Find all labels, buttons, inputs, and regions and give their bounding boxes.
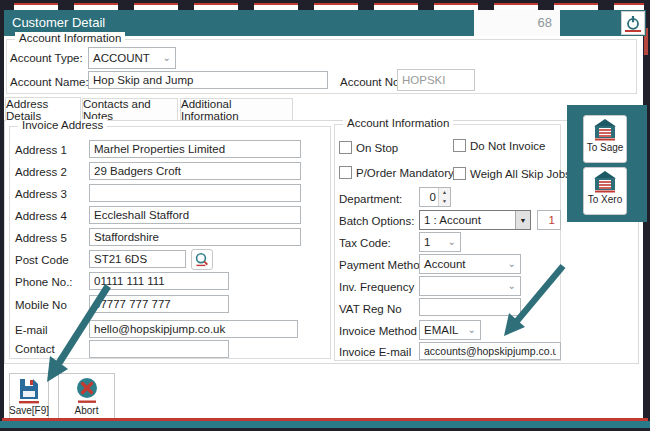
email-label: E-mail <box>15 323 48 337</box>
save-button-label: Save[F9] <box>9 405 49 416</box>
account-name-label: Account Name: <box>10 75 89 89</box>
payment-method-label: Payment Method: <box>339 258 429 272</box>
tax-code-label: Tax Code: <box>339 236 391 250</box>
post-code-input[interactable] <box>89 250 186 268</box>
address-5-label: Address 5 <box>15 231 67 245</box>
account-name-input[interactable] <box>88 71 328 89</box>
department-spinner[interactable]: 0 ▲▼ <box>419 187 451 207</box>
address-3-input[interactable] <box>89 184 301 202</box>
batch-options-label: Batch Options: <box>339 214 414 228</box>
batch-options-aux-value: 1 <box>537 210 561 230</box>
batch-options-value: 1 : Account <box>420 214 515 226</box>
address-4-label: Address 4 <box>15 209 67 223</box>
checkbox-label: On Stop <box>356 142 398 154</box>
post-code-label: Post Code <box>15 253 69 267</box>
department-label: Department: <box>339 192 402 206</box>
invoice-method-value: EMAIL <box>424 324 459 336</box>
tab-label: Additional Information <box>181 98 292 122</box>
porder-mandatory-checkbox[interactable]: P/Order Mandatory <box>339 166 454 179</box>
account-type-label: Account Type: <box>10 51 83 65</box>
batch-options-select[interactable]: 1 : Account ▼ <box>419 210 531 230</box>
post-code-search-button[interactable] <box>191 249 213 270</box>
contact-label: Contact <box>15 342 55 356</box>
to-sage-button[interactable]: To Sage <box>583 115 627 163</box>
tab-label: Contacts and Notes <box>83 98 177 122</box>
integration-highlight-box: To Sage To Xero <box>567 105 647 222</box>
chevron-down-icon: ⌄ <box>163 53 171 63</box>
group-label: Account Information <box>343 117 453 129</box>
checkbox-box <box>339 141 352 154</box>
department-value: 0 <box>420 188 438 206</box>
checkbox-label: Weigh All Skip Jobs <box>470 168 571 180</box>
do-not-invoice-checkbox[interactable]: Do Not Invoice <box>453 139 545 152</box>
tab-address-details[interactable]: Address Details <box>5 97 81 121</box>
spinner-arrows-icon[interactable]: ▲▼ <box>438 188 450 206</box>
power-icon <box>625 15 641 31</box>
invoice-email-label: Invoice E-mail <box>339 345 411 359</box>
inv-frequency-select[interactable]: ⌄ <box>419 276 521 296</box>
phone-no-label: Phone No.: <box>15 275 73 289</box>
save-button[interactable]: Save[F9] <box>9 373 49 420</box>
vat-reg-no-input[interactable] <box>419 298 521 316</box>
address-1-label: Address 1 <box>15 143 67 157</box>
account-type-value: ACCOUNT <box>93 52 150 64</box>
address-4-input[interactable] <box>89 206 301 224</box>
contact-input[interactable] <box>89 340 229 358</box>
checkbox-box <box>339 166 352 179</box>
checkbox-label: P/Order Mandatory <box>356 167 454 179</box>
checkbox-box <box>453 167 466 180</box>
address-2-label: Address 2 <box>15 165 67 179</box>
to-xero-button[interactable]: To Xero <box>583 167 627 215</box>
email-input[interactable] <box>89 320 298 338</box>
account-no-input <box>397 69 475 91</box>
group-label: Account Information <box>15 32 125 44</box>
chevron-down-icon: ⌄ <box>508 259 516 269</box>
client-area: Account Information Account Type: ACCOUN… <box>4 36 643 419</box>
on-stop-checkbox[interactable]: On Stop <box>339 141 398 154</box>
weigh-all-skip-jobs-checkbox[interactable]: Weigh All Skip Jobs <box>453 167 571 180</box>
tab-contacts-and-notes[interactable]: Contacts and Notes <box>82 98 178 120</box>
payment-method-select[interactable]: Account ⌄ <box>419 254 521 274</box>
address-2-input[interactable] <box>89 162 301 180</box>
tax-code-select[interactable]: 1 ⌄ <box>419 232 461 252</box>
chevron-down-icon: ⌄ <box>468 325 476 335</box>
dropdown-arrow-icon: ▼ <box>515 211 530 229</box>
search-icon <box>194 252 210 268</box>
inv-frequency-label: Inv. Frequency <box>339 280 414 294</box>
tab-additional-information[interactable]: Additional Information <box>180 98 293 120</box>
abort-icon <box>75 377 99 404</box>
checkbox-label: Do Not Invoice <box>470 140 545 152</box>
address-3-label: Address 3 <box>15 187 67 201</box>
address-5-input[interactable] <box>89 228 301 246</box>
invoice-email-input[interactable] <box>419 342 561 360</box>
tab-label: Address Details <box>6 98 80 122</box>
to-xero-label: To Xero <box>588 194 622 205</box>
mobile-no-label: Mobile No <box>15 298 67 312</box>
bottom-teal-bar <box>0 421 650 428</box>
warehouse-icon <box>592 170 618 194</box>
warehouse-icon <box>592 118 618 142</box>
account-no-label: Account No. <box>340 75 403 89</box>
to-sage-label: To Sage <box>587 142 624 153</box>
payment-method-value: Account <box>424 258 466 270</box>
save-floppy-icon <box>17 377 41 404</box>
vat-reg-no-label: VAT Reg No <box>339 302 402 316</box>
record-number: 68 <box>474 10 560 36</box>
power-underline <box>625 30 641 32</box>
phone-no-input[interactable] <box>89 272 229 290</box>
chevron-down-icon: ⌄ <box>508 281 516 291</box>
account-type-select[interactable]: ACCOUNT ⌄ <box>88 47 176 69</box>
address-1-input[interactable] <box>89 140 301 158</box>
customer-detail-window: Customer Detail 68 Account Information A… <box>0 0 650 431</box>
invoice-method-select[interactable]: EMAIL ⌄ <box>419 320 481 340</box>
close-power-button[interactable] <box>621 11 645 35</box>
tax-code-value: 1 <box>424 236 430 248</box>
invoice-method-label: Invoice Method <box>339 324 417 338</box>
abort-button-label: Abort <box>75 405 99 416</box>
chevron-down-icon: ⌄ <box>448 237 456 247</box>
checkbox-box <box>453 139 466 152</box>
mobile-no-input[interactable] <box>89 295 229 313</box>
abort-button[interactable]: Abort <box>58 373 115 420</box>
address-details-panel: Invoice Address Address 1 Address 2 Addr… <box>4 120 639 364</box>
